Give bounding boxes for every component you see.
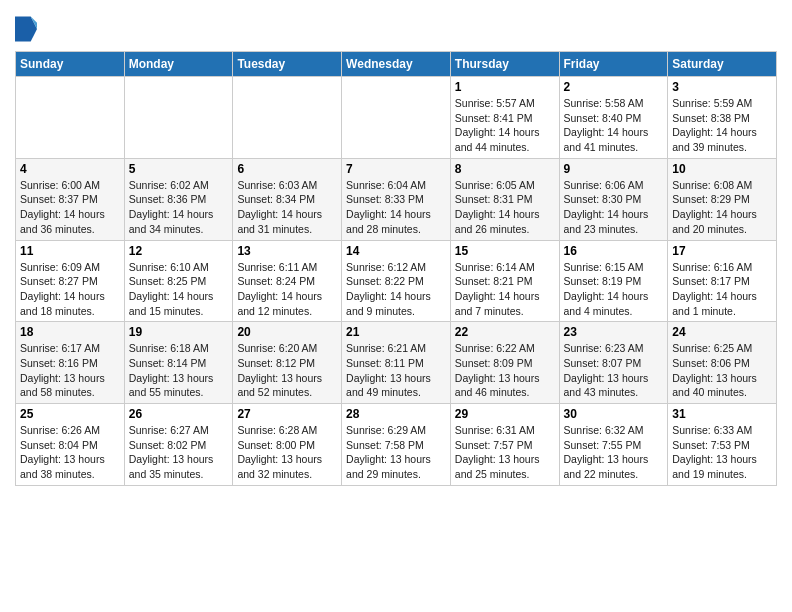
calendar-cell: 31Sunrise: 6:33 AM Sunset: 7:53 PM Dayli… [668, 404, 777, 486]
logo-icon [15, 15, 37, 43]
day-info: Sunrise: 6:31 AM Sunset: 7:57 PM Dayligh… [455, 423, 555, 482]
column-header-sunday: Sunday [16, 52, 125, 77]
day-info: Sunrise: 6:16 AM Sunset: 8:17 PM Dayligh… [672, 260, 772, 319]
day-number: 15 [455, 244, 555, 258]
day-info: Sunrise: 6:10 AM Sunset: 8:25 PM Dayligh… [129, 260, 229, 319]
day-number: 19 [129, 325, 229, 339]
calendar-cell: 13Sunrise: 6:11 AM Sunset: 8:24 PM Dayli… [233, 240, 342, 322]
day-info: Sunrise: 6:18 AM Sunset: 8:14 PM Dayligh… [129, 341, 229, 400]
column-header-saturday: Saturday [668, 52, 777, 77]
calendar-week-3: 11Sunrise: 6:09 AM Sunset: 8:27 PM Dayli… [16, 240, 777, 322]
calendar-cell: 16Sunrise: 6:15 AM Sunset: 8:19 PM Dayli… [559, 240, 668, 322]
day-number: 6 [237, 162, 337, 176]
day-info: Sunrise: 6:17 AM Sunset: 8:16 PM Dayligh… [20, 341, 120, 400]
day-info: Sunrise: 6:23 AM Sunset: 8:07 PM Dayligh… [564, 341, 664, 400]
day-number: 25 [20, 407, 120, 421]
day-number: 1 [455, 80, 555, 94]
column-header-thursday: Thursday [450, 52, 559, 77]
page-header [15, 10, 777, 43]
day-number: 13 [237, 244, 337, 258]
calendar-week-1: 1Sunrise: 5:57 AM Sunset: 8:41 PM Daylig… [16, 77, 777, 159]
day-info: Sunrise: 6:09 AM Sunset: 8:27 PM Dayligh… [20, 260, 120, 319]
day-number: 27 [237, 407, 337, 421]
calendar-cell: 28Sunrise: 6:29 AM Sunset: 7:58 PM Dayli… [342, 404, 451, 486]
calendar-week-2: 4Sunrise: 6:00 AM Sunset: 8:37 PM Daylig… [16, 158, 777, 240]
day-number: 17 [672, 244, 772, 258]
calendar-cell: 4Sunrise: 6:00 AM Sunset: 8:37 PM Daylig… [16, 158, 125, 240]
day-number: 26 [129, 407, 229, 421]
calendar-cell: 29Sunrise: 6:31 AM Sunset: 7:57 PM Dayli… [450, 404, 559, 486]
calendar-cell [16, 77, 125, 159]
calendar-cell: 19Sunrise: 6:18 AM Sunset: 8:14 PM Dayli… [124, 322, 233, 404]
day-info: Sunrise: 6:33 AM Sunset: 7:53 PM Dayligh… [672, 423, 772, 482]
calendar-cell: 3Sunrise: 5:59 AM Sunset: 8:38 PM Daylig… [668, 77, 777, 159]
day-info: Sunrise: 6:25 AM Sunset: 8:06 PM Dayligh… [672, 341, 772, 400]
day-info: Sunrise: 6:22 AM Sunset: 8:09 PM Dayligh… [455, 341, 555, 400]
day-info: Sunrise: 6:29 AM Sunset: 7:58 PM Dayligh… [346, 423, 446, 482]
day-info: Sunrise: 6:21 AM Sunset: 8:11 PM Dayligh… [346, 341, 446, 400]
calendar-cell: 8Sunrise: 6:05 AM Sunset: 8:31 PM Daylig… [450, 158, 559, 240]
calendar-cell: 25Sunrise: 6:26 AM Sunset: 8:04 PM Dayli… [16, 404, 125, 486]
day-number: 18 [20, 325, 120, 339]
day-info: Sunrise: 6:27 AM Sunset: 8:02 PM Dayligh… [129, 423, 229, 482]
calendar-cell: 22Sunrise: 6:22 AM Sunset: 8:09 PM Dayli… [450, 322, 559, 404]
day-number: 16 [564, 244, 664, 258]
day-number: 4 [20, 162, 120, 176]
calendar-cell: 9Sunrise: 6:06 AM Sunset: 8:30 PM Daylig… [559, 158, 668, 240]
day-info: Sunrise: 6:06 AM Sunset: 8:30 PM Dayligh… [564, 178, 664, 237]
day-info: Sunrise: 6:08 AM Sunset: 8:29 PM Dayligh… [672, 178, 772, 237]
day-number: 23 [564, 325, 664, 339]
day-info: Sunrise: 6:11 AM Sunset: 8:24 PM Dayligh… [237, 260, 337, 319]
day-number: 20 [237, 325, 337, 339]
calendar-cell: 30Sunrise: 6:32 AM Sunset: 7:55 PM Dayli… [559, 404, 668, 486]
calendar-cell: 6Sunrise: 6:03 AM Sunset: 8:34 PM Daylig… [233, 158, 342, 240]
logo [15, 15, 42, 43]
day-info: Sunrise: 6:05 AM Sunset: 8:31 PM Dayligh… [455, 178, 555, 237]
day-info: Sunrise: 6:15 AM Sunset: 8:19 PM Dayligh… [564, 260, 664, 319]
calendar-cell: 14Sunrise: 6:12 AM Sunset: 8:22 PM Dayli… [342, 240, 451, 322]
calendar-header-row: SundayMondayTuesdayWednesdayThursdayFrid… [16, 52, 777, 77]
calendar-cell: 26Sunrise: 6:27 AM Sunset: 8:02 PM Dayli… [124, 404, 233, 486]
calendar-cell: 5Sunrise: 6:02 AM Sunset: 8:36 PM Daylig… [124, 158, 233, 240]
calendar-cell: 1Sunrise: 5:57 AM Sunset: 8:41 PM Daylig… [450, 77, 559, 159]
calendar-table: SundayMondayTuesdayWednesdayThursdayFrid… [15, 51, 777, 486]
calendar-cell: 27Sunrise: 6:28 AM Sunset: 8:00 PM Dayli… [233, 404, 342, 486]
calendar-week-5: 25Sunrise: 6:26 AM Sunset: 8:04 PM Dayli… [16, 404, 777, 486]
calendar-cell: 17Sunrise: 6:16 AM Sunset: 8:17 PM Dayli… [668, 240, 777, 322]
day-number: 5 [129, 162, 229, 176]
calendar-cell [233, 77, 342, 159]
day-info: Sunrise: 6:20 AM Sunset: 8:12 PM Dayligh… [237, 341, 337, 400]
day-number: 28 [346, 407, 446, 421]
day-number: 11 [20, 244, 120, 258]
day-info: Sunrise: 6:26 AM Sunset: 8:04 PM Dayligh… [20, 423, 120, 482]
column-header-wednesday: Wednesday [342, 52, 451, 77]
calendar-week-4: 18Sunrise: 6:17 AM Sunset: 8:16 PM Dayli… [16, 322, 777, 404]
day-number: 3 [672, 80, 772, 94]
day-number: 29 [455, 407, 555, 421]
day-number: 2 [564, 80, 664, 94]
day-info: Sunrise: 6:02 AM Sunset: 8:36 PM Dayligh… [129, 178, 229, 237]
calendar-cell [124, 77, 233, 159]
calendar-cell [342, 77, 451, 159]
day-info: Sunrise: 6:03 AM Sunset: 8:34 PM Dayligh… [237, 178, 337, 237]
day-info: Sunrise: 6:12 AM Sunset: 8:22 PM Dayligh… [346, 260, 446, 319]
calendar-cell: 24Sunrise: 6:25 AM Sunset: 8:06 PM Dayli… [668, 322, 777, 404]
day-number: 7 [346, 162, 446, 176]
day-number: 12 [129, 244, 229, 258]
day-info: Sunrise: 6:32 AM Sunset: 7:55 PM Dayligh… [564, 423, 664, 482]
calendar-cell: 12Sunrise: 6:10 AM Sunset: 8:25 PM Dayli… [124, 240, 233, 322]
day-number: 21 [346, 325, 446, 339]
calendar-cell: 2Sunrise: 5:58 AM Sunset: 8:40 PM Daylig… [559, 77, 668, 159]
column-header-friday: Friday [559, 52, 668, 77]
calendar-cell: 20Sunrise: 6:20 AM Sunset: 8:12 PM Dayli… [233, 322, 342, 404]
day-info: Sunrise: 6:14 AM Sunset: 8:21 PM Dayligh… [455, 260, 555, 319]
calendar-cell: 7Sunrise: 6:04 AM Sunset: 8:33 PM Daylig… [342, 158, 451, 240]
day-number: 31 [672, 407, 772, 421]
calendar-cell: 18Sunrise: 6:17 AM Sunset: 8:16 PM Dayli… [16, 322, 125, 404]
day-info: Sunrise: 5:58 AM Sunset: 8:40 PM Dayligh… [564, 96, 664, 155]
day-info: Sunrise: 6:04 AM Sunset: 8:33 PM Dayligh… [346, 178, 446, 237]
calendar-cell: 10Sunrise: 6:08 AM Sunset: 8:29 PM Dayli… [668, 158, 777, 240]
day-number: 30 [564, 407, 664, 421]
day-info: Sunrise: 5:59 AM Sunset: 8:38 PM Dayligh… [672, 96, 772, 155]
calendar-cell: 11Sunrise: 6:09 AM Sunset: 8:27 PM Dayli… [16, 240, 125, 322]
